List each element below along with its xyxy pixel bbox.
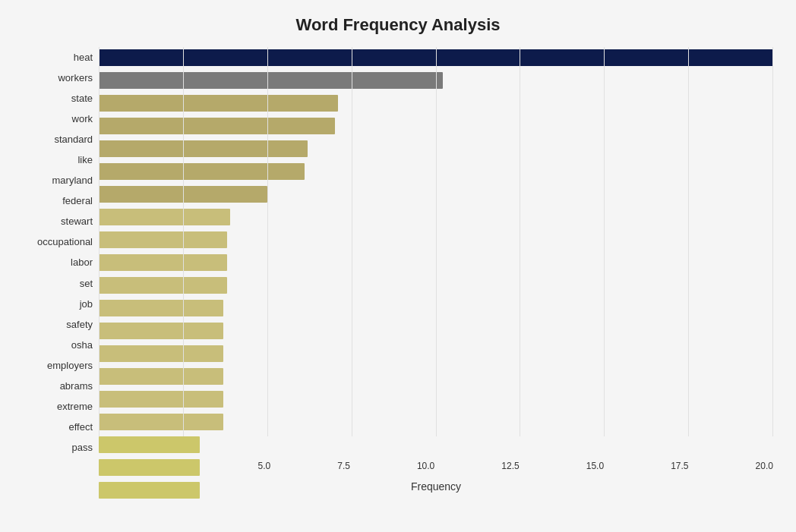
grid-line [183,47,184,436]
y-label: osha [71,335,93,355]
chart-area: heatworkersstateworkstandardlikemaryland… [23,47,773,458]
bars-and-grid [99,47,773,458]
chart-title: Word Frequency Analysis [23,15,773,35]
y-label: job [80,294,93,314]
y-label: state [71,88,93,109]
y-axis-labels: heatworkersstateworkstandardlikemaryland… [23,47,99,458]
grid-line [772,47,773,436]
bar [99,482,200,499]
grid-line [352,47,352,436]
grid-lines [99,47,773,436]
chart-container: Word Frequency Analysis heatworkersstate… [0,0,796,532]
y-label: occupational [37,231,93,252]
grid-line [436,47,437,436]
y-label: extreme [57,396,93,417]
y-label: standard [54,129,93,150]
y-label: labor [71,252,93,272]
bar-row [99,457,773,478]
y-label: employers [47,355,93,376]
y-label: heat [74,47,93,68]
grid-line [604,47,605,436]
y-label: like [77,150,93,170]
bar-row [99,480,773,501]
y-label: workers [58,68,93,88]
bar-row [99,434,773,455]
y-label: set [80,273,93,294]
y-label: work [72,109,93,129]
y-label: abrams [60,376,93,396]
grid-line [520,47,520,436]
bar [99,459,200,476]
y-label: effect [68,417,93,437]
bar [99,436,200,453]
grid-line [267,47,268,436]
y-label: pass [72,437,93,458]
y-label: stewart [61,211,93,231]
y-label: maryland [52,170,93,190]
y-label: safety [66,314,93,335]
grid-line [688,47,689,436]
y-label: federal [62,190,93,211]
grid-line [99,47,100,436]
